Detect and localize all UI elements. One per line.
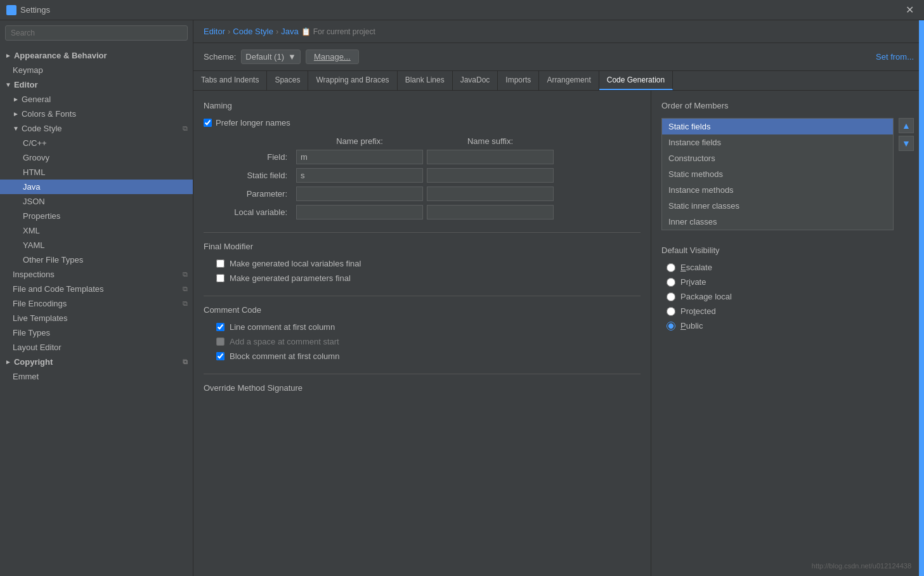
sidebar-item-keymap[interactable]: Keymap [0, 63, 193, 77]
line-comment-checkbox[interactable] [216, 323, 224, 331]
tab-wrapping[interactable]: Wrapping and Braces [308, 71, 397, 90]
parameters-final-row: Make generated parameters final [204, 273, 641, 283]
prefer-longer-checkbox[interactable] [204, 119, 212, 127]
sidebar-item-colors-fonts[interactable]: ► Colors & Fonts [0, 107, 193, 121]
order-controls: ▲ ▼ [899, 118, 914, 151]
order-list: Static fields Instance fields Constructo… [661, 118, 894, 230]
visibility-package-local-label: Package local [680, 292, 732, 301]
breadcrumb-code-style[interactable]: Code Style [233, 27, 273, 36]
tab-blank-lines[interactable]: Blank Lines [398, 71, 453, 90]
breadcrumb-editor[interactable]: Editor [204, 27, 225, 36]
visibility-protected-radio[interactable] [667, 307, 675, 316]
tab-arrangement[interactable]: Arrangement [539, 71, 599, 90]
arrow-icon: ► [13, 96, 19, 103]
order-item-constructors[interactable]: Constructors [662, 150, 893, 166]
tab-code-generation[interactable]: Code Generation [599, 71, 673, 90]
order-item-static-fields[interactable]: Static fields [662, 119, 893, 134]
parameter-prefix-input[interactable] [296, 187, 423, 201]
copy-icon: ⧉ [183, 124, 188, 133]
prefer-longer-row: Prefer longer names [204, 118, 641, 128]
arrow-icon: ▼ [5, 81, 11, 88]
project-label: For current project [313, 27, 375, 36]
block-comment-checkbox[interactable] [216, 352, 224, 360]
sidebar-item-groovy[interactable]: Groovy [0, 150, 193, 165]
sidebar-item-live-templates[interactable]: Live Templates [0, 311, 193, 325]
order-item-static-methods[interactable]: Static methods [662, 166, 893, 182]
move-up-button[interactable]: ▲ [899, 118, 914, 133]
tab-imports[interactable]: Imports [498, 71, 539, 90]
tab-spaces[interactable]: Spaces [267, 71, 308, 90]
parameter-label: Parameter: [216, 189, 292, 199]
set-from-button[interactable]: Set from... [876, 52, 914, 62]
line-comment-label: Line comment at first column [230, 322, 335, 332]
order-item-instance-fields[interactable]: Instance fields [662, 134, 893, 150]
sidebar-item-copyright[interactable]: ► Copyright ⧉ [0, 355, 193, 369]
sidebar-tree: ► Appearance & Behavior Keymap ▼ Editor … [0, 46, 193, 576]
space-comment-checkbox[interactable] [216, 337, 224, 346]
scheme-bar: Scheme: Default (1) ▼ Manage... Set from… [193, 43, 924, 71]
copy-icon: ⧉ [183, 299, 188, 308]
visibility-private-radio[interactable] [667, 278, 675, 287]
static-field-suffix-input[interactable] [427, 168, 554, 183]
default-visibility-title: Default Visibility [661, 245, 914, 255]
prefer-longer-label: Prefer longer names [216, 118, 290, 128]
window-title: Settings [20, 5, 902, 15]
visibility-escalate: Escalate [661, 263, 914, 272]
parameters-final-label: Make generated parameters final [230, 273, 351, 283]
breadcrumb-sep2: › [276, 27, 278, 36]
sidebar-item-yaml[interactable]: YAML [0, 238, 193, 252]
sidebar-item-cpp[interactable]: C/C++ [0, 136, 193, 150]
parameters-final-checkbox[interactable] [216, 274, 224, 282]
order-item-static-inner-classes[interactable]: Static inner classes [662, 198, 893, 214]
sidebar-item-html[interactable]: HTML [0, 165, 193, 180]
search-input[interactable] [5, 25, 188, 41]
sidebar-item-java[interactable]: Java [0, 180, 193, 194]
sidebar-item-properties[interactable]: Properties [0, 209, 193, 223]
static-field-prefix-input[interactable] [296, 168, 423, 183]
local-variable-prefix-input[interactable] [296, 205, 423, 219]
visibility-public-label: Public [680, 321, 703, 331]
sidebar-item-inspections[interactable]: Inspections ⧉ [0, 267, 193, 282]
comment-code-section: Comment Code Line comment at first colum… [204, 296, 641, 361]
order-list-with-controls: Static fields Instance fields Constructo… [661, 118, 914, 235]
sidebar-item-emmet[interactable]: Emmet [0, 369, 193, 384]
visibility-package-local-radio[interactable] [667, 292, 675, 301]
visibility-escalate-radio[interactable] [667, 263, 675, 272]
sidebar-item-appearance[interactable]: ► Appearance & Behavior [0, 48, 193, 63]
sidebar-item-general[interactable]: ► General [0, 92, 193, 107]
scheme-dropdown[interactable]: Default (1) ▼ [241, 49, 301, 64]
field-prefix-input[interactable] [296, 150, 423, 164]
sidebar: ► Appearance & Behavior Keymap ▼ Editor … [0, 20, 193, 576]
default-visibility-section: Default Visibility Escalate Private Pack… [661, 245, 914, 331]
static-field-label: Static field: [216, 171, 292, 180]
scrollbar-accent [919, 20, 924, 576]
sidebar-item-json[interactable]: JSON [0, 194, 193, 209]
sidebar-item-editor[interactable]: ▼ Editor [0, 77, 193, 92]
manage-button[interactable]: Manage... [306, 49, 359, 64]
comment-code-title: Comment Code [204, 305, 641, 315]
sidebar-item-layout-editor[interactable]: Layout Editor [0, 340, 193, 355]
sidebar-item-file-types[interactable]: File Types [0, 325, 193, 340]
field-label: Field: [216, 152, 292, 162]
tab-tabs-indents[interactable]: Tabs and Indents [193, 71, 267, 90]
close-button[interactable]: ✕ [902, 3, 918, 17]
copy-icon: ⧉ [183, 270, 188, 278]
visibility-protected-label: Protected [680, 306, 716, 316]
sidebar-item-other-file-types[interactable]: Other File Types [0, 252, 193, 267]
sidebar-item-file-encodings[interactable]: File Encodings ⧉ [0, 296, 193, 311]
local-variables-final-checkbox[interactable] [216, 259, 224, 268]
field-suffix-input[interactable] [427, 150, 554, 164]
move-down-button[interactable]: ▼ [899, 136, 914, 151]
tab-javadoc[interactable]: JavaDoc [453, 71, 498, 90]
sidebar-item-file-code-templates[interactable]: File and Code Templates ⧉ [0, 282, 193, 296]
local-variables-final-label: Make generated local variables final [230, 259, 361, 268]
order-item-inner-classes[interactable]: Inner classes [662, 214, 893, 230]
breadcrumb-java[interactable]: Java [281, 27, 298, 36]
parameter-suffix-input[interactable] [427, 187, 554, 201]
sidebar-item-xml[interactable]: XML [0, 223, 193, 238]
visibility-public-radio[interactable] [667, 322, 675, 331]
sidebar-item-code-style[interactable]: ▼ Code Style ⧉ [0, 121, 193, 136]
tabs-bar: Tabs and Indents Spaces Wrapping and Bra… [193, 71, 924, 91]
order-item-instance-methods[interactable]: Instance methods [662, 182, 893, 198]
local-variable-suffix-input[interactable] [427, 205, 554, 219]
